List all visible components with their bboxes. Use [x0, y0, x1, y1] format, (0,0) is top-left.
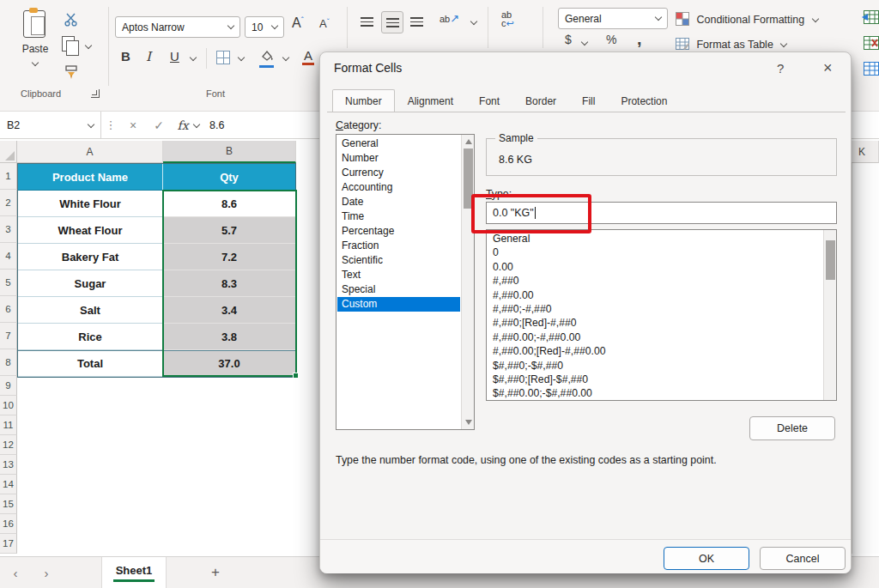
cell-b5[interactable]: 8.3	[163, 270, 295, 297]
bold-button[interactable]: B	[121, 49, 130, 64]
dialog-close-button[interactable]: ×	[823, 59, 833, 77]
format-list-scrollbar[interactable]	[823, 230, 836, 400]
row-header[interactable]: 16	[0, 514, 17, 534]
cell-a6[interactable]: Salt	[18, 297, 163, 324]
comma-style-button[interactable]: ,	[637, 29, 642, 49]
tab-font[interactable]: Font	[466, 90, 512, 112]
category-item[interactable]: Number	[337, 151, 460, 166]
wrap-text-button[interactable]: ab c↩	[501, 10, 514, 27]
tab-border[interactable]: Border	[512, 90, 569, 112]
underline-button[interactable]: U	[170, 49, 179, 64]
accounting-format-button[interactable]: $	[565, 33, 572, 46]
formula-input[interactable]: 8.6	[209, 119, 224, 131]
row-header[interactable]: 1	[0, 163, 17, 190]
category-scrollbar[interactable]	[461, 135, 474, 429]
column-header-k[interactable]: K	[852, 141, 879, 163]
category-item[interactable]: Date	[337, 195, 460, 209]
paste-button[interactable]: Paste	[17, 10, 53, 77]
category-item[interactable]: General	[337, 136, 460, 151]
column-k-cells[interactable]	[852, 163, 879, 554]
row-header[interactable]: 5	[0, 270, 17, 296]
category-item[interactable]: Currency	[337, 166, 460, 180]
category-item[interactable]: Special	[337, 282, 460, 297]
category-item[interactable]: Fraction	[337, 239, 460, 253]
percent-style-button[interactable]: %	[606, 33, 616, 46]
row-header[interactable]: 9	[0, 376, 17, 396]
cancel-button[interactable]: Cancel	[760, 547, 846, 570]
category-item[interactable]: Accounting	[337, 180, 460, 195]
format-code-item[interactable]: $#,##0;[Red]-$#,##0	[488, 373, 822, 386]
borders-button[interactable]	[216, 51, 230, 64]
format-code-item[interactable]: #,##0.00;[Red]-#,##0.00	[488, 344, 822, 358]
underline-dropdown-chevron[interactable]	[190, 54, 197, 61]
cell-b2-active[interactable]: 8.6	[163, 191, 295, 217]
row-header[interactable]: 4	[0, 243, 17, 270]
format-cells-button[interactable]	[862, 62, 879, 79]
font-color-button[interactable]: A	[302, 48, 314, 65]
scroll-down-icon[interactable]	[465, 420, 472, 425]
format-code-item[interactable]: #,##0.00;-#,##0.00	[488, 330, 822, 344]
format-code-item[interactable]: $#,##0.00;-$#,##0.00	[488, 386, 822, 400]
format-code-list[interactable]: General 0 0.00 #,##0 #,##0.00 #,##0;-#,#…	[486, 229, 837, 401]
cell-a4[interactable]: Bakery Fat	[18, 244, 163, 270]
shrink-font-button[interactable]: Aˇ	[319, 17, 330, 30]
format-code-item[interactable]: #,##0;[Red]-#,##0	[488, 316, 822, 330]
category-item[interactable]: Percentage	[337, 224, 460, 239]
row-header[interactable]: 6	[0, 296, 17, 323]
name-box[interactable]: B2	[0, 112, 101, 139]
tab-number[interactable]: Number	[332, 89, 395, 112]
cell-b6[interactable]: 3.4	[163, 297, 295, 324]
top-align-button[interactable]	[361, 17, 373, 27]
cell-b7[interactable]: 3.8	[163, 324, 295, 350]
font-name-combo[interactable]: Aptos Narrow	[115, 16, 240, 38]
delete-button[interactable]: Delete	[749, 416, 835, 440]
row-header[interactable]: 13	[0, 455, 17, 475]
format-code-item[interactable]: $#,##0;-$#,##0	[488, 359, 822, 373]
next-sheet-button[interactable]: ›	[31, 566, 62, 580]
cancel-entry-button[interactable]: ×	[120, 118, 146, 132]
copy-button[interactable]	[62, 36, 75, 52]
italic-button[interactable]: I	[146, 49, 151, 64]
row-header[interactable]: 17	[0, 534, 17, 554]
select-all-corner[interactable]	[0, 141, 17, 163]
orientation-dropdown-chevron[interactable]	[470, 18, 477, 25]
category-item[interactable]: Time	[337, 209, 460, 224]
column-header-b[interactable]: B	[163, 141, 296, 163]
clipboard-dialog-launcher[interactable]	[91, 89, 100, 98]
copy-dropdown-chevron[interactable]	[85, 42, 92, 49]
cell-a5[interactable]: Sugar	[18, 270, 163, 297]
row-header[interactable]: 11	[0, 415, 17, 435]
tab-protection[interactable]: Protection	[608, 90, 680, 112]
tab-fill[interactable]: Fill	[569, 90, 608, 112]
orientation-button[interactable]: ab↗	[440, 12, 459, 25]
sheet-tab-sheet1[interactable]: Sheet1	[101, 557, 167, 588]
row-header[interactable]: 8	[0, 349, 17, 376]
row-header[interactable]: 14	[0, 475, 17, 494]
cell-b3[interactable]: 5.7	[163, 217, 295, 244]
cut-button[interactable]	[62, 10, 79, 27]
cell-b8-total[interactable]: 37.0	[163, 350, 295, 377]
grow-font-button[interactable]: Aˆ	[292, 15, 304, 31]
conditional-formatting-button[interactable]: Conditional Formatting	[676, 11, 818, 27]
cell-a3[interactable]: Wheat Flour	[18, 217, 163, 244]
borders-dropdown-chevron[interactable]	[238, 54, 245, 61]
enter-entry-button[interactable]: ✓	[146, 118, 172, 132]
bottom-align-button[interactable]	[410, 17, 423, 27]
dialog-help-button[interactable]: ?	[777, 61, 784, 76]
cell-a7[interactable]: Rice	[18, 324, 163, 350]
prev-sheet-button[interactable]: ‹	[0, 566, 31, 580]
middle-align-button[interactable]	[381, 11, 403, 33]
format-code-item[interactable]: #,##0.00	[488, 288, 822, 302]
cell-b4[interactable]: 7.2	[163, 244, 295, 270]
category-scroll-thumb[interactable]	[464, 149, 473, 209]
header-cell-product[interactable]: Product Name	[18, 164, 163, 191]
insert-cells-button[interactable]	[862, 10, 879, 27]
cell-a2[interactable]: White Flour	[18, 191, 163, 217]
row-header[interactable]: 15	[0, 494, 17, 514]
category-item-selected[interactable]: Custom	[337, 297, 460, 312]
format-as-table-button[interactable]: Format as Table	[676, 36, 786, 52]
fill-color-button[interactable]	[259, 50, 275, 68]
category-item[interactable]: Scientific	[337, 253, 460, 268]
fill-color-dropdown-chevron[interactable]	[282, 54, 289, 61]
insert-function-button[interactable]: fx	[172, 118, 194, 132]
